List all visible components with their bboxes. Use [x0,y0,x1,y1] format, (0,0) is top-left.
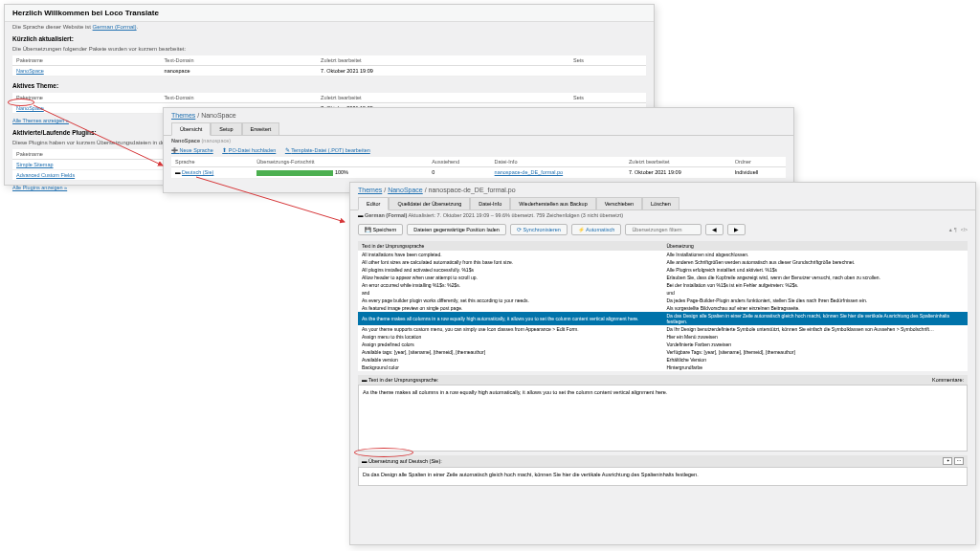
suggest-btn[interactable]: ⋯ [954,457,964,465]
flag-uk-icon: ▬ [362,377,368,383]
table-row[interactable]: andund [358,289,968,297]
table-row[interactable]: All installations have been completed.Al… [358,251,968,258]
comments-label: Kommentare: [932,377,964,383]
table-row[interactable]: Assign menu to this locationHier ein Men… [358,333,968,341]
prev-button[interactable]: ◀ [705,224,724,235]
lang-table: SpracheÜbersetzungs-FortschrittAusstehen… [171,157,786,179]
new-lang-link[interactable]: ➕ Neue Sprache [171,147,213,153]
welcome-title: Herzlich Willkommen bei Loco Translate [5,5,654,22]
breadcrumb: Themes / NanoSpace [164,108,793,122]
table-row[interactable]: Available versionErhältliche Version [358,356,968,364]
editor-tabs: Editor Quelldatei der Übersetzung Datei-… [350,197,975,210]
edit-pot-link[interactable]: ✎ Template-Datei (.POT) bearbeiten [285,147,370,153]
table-row[interactable]: All plugins installed and activated succ… [358,266,968,274]
lang-link[interactable]: German (Formal) [93,24,137,30]
editor-panel: Themes / NanoSpace / nanospace-de_DE_for… [349,182,976,545]
flag-de-icon: ▬ [358,212,364,218]
tab-overview[interactable]: Übersicht [171,122,211,136]
edit-area: ▬ Text in der Ursprungssprache: Kommenta… [358,375,968,486]
table-row[interactable]: Assign predefined colorsVordefinierte Fa… [358,341,968,348]
table-row[interactable]: All other font sizes are calculated auto… [358,258,968,266]
translation-table[interactable]: Text in der UrsprungsspracheÜbersetzung … [358,241,968,371]
auto-button[interactable]: ⚡ Automatisch [571,224,622,235]
invisible-icon: ▲ ¶ [948,227,957,232]
theme-link[interactable]: NanoSpace [16,105,44,111]
sync-button[interactable]: ⟳ Synchronisieren [510,224,568,235]
table-row[interactable]: Available tags: [year], [sitename], [the… [358,348,968,356]
flag-de-icon: ▬ [362,458,368,464]
table-row[interactable]: As featured image preview on single post… [358,304,968,312]
toggle-btn[interactable]: ✦ [943,457,952,465]
next-button[interactable]: ▶ [727,224,746,235]
revert-button[interactable]: Dateien gegenwärtige Position laden [407,224,506,235]
theme-detail-panel: Themes / NanoSpace Übersicht Setup Erwei… [163,107,794,193]
table-row[interactable]: As the theme makes all columns in a row … [358,312,968,325]
code-icon: </> [961,227,968,232]
progress-bar [256,170,333,176]
tab-setup[interactable]: Setup [211,122,241,135]
welcome-subtitle: Die Sprache dieser Website ist German (F… [5,22,654,32]
lang-row-link[interactable]: Deutsch (Sie) [182,169,213,175]
tabs: Übersicht Setup Erweitert [164,122,793,136]
table-row[interactable]: As your theme supports custom menu, you … [358,325,968,333]
upload-po-link[interactable]: ⬆ PO-Datei hochladen [222,147,276,153]
table-row[interactable]: Allow header to appear when user attempt… [358,274,968,281]
editor-status: ▬ German (Formal) Aktualisiert: 7. Oktob… [350,210,975,220]
tab-editor[interactable]: Editor [358,197,389,210]
breadcrumb: Themes / NanoSpace / nanospace-de_DE_for… [350,183,975,197]
theme-actions: ➕ Neue Sprache ⬆ PO-Datei hochladen ✎ Te… [164,145,793,155]
save-button[interactable]: 💾 Speichern [358,224,403,235]
source-text: As the theme makes all columns in a row … [358,385,968,452]
pkg-link[interactable]: NanoSpace [16,68,44,74]
filter-input[interactable] [625,224,702,235]
editor-toolbar: 💾 Speichern Dateien gegenwärtige Positio… [350,220,975,239]
recent-table: PaketnameText-DomainZuletzt bearbeitetSe… [12,55,646,77]
recent-heading: Kürzlich aktualisiert: [5,32,654,44]
table-row[interactable]: An error occurred while installing %1$s:… [358,281,968,289]
table-row[interactable]: Background colorHintergrundfarbe [358,364,968,371]
table-row[interactable]: As every page builder plugin works diffe… [358,297,968,304]
tab-advanced[interactable]: Erweitert [242,122,280,135]
target-text[interactable]: Da das Design alle Spalten in einer Zeil… [358,467,968,486]
active-theme-heading: Aktives Theme: [5,78,654,91]
flag-de-icon: ▬ [175,169,181,175]
